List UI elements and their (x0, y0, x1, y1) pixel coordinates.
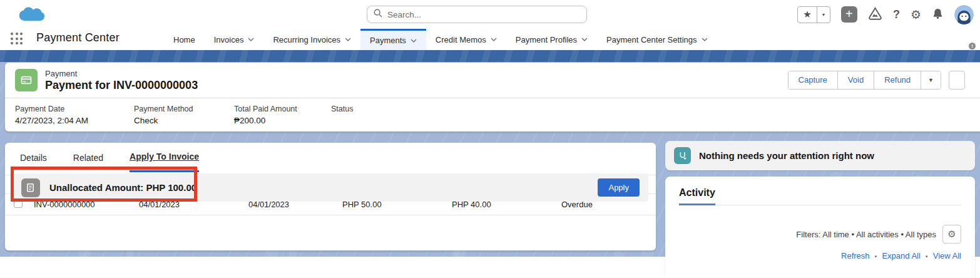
tab-activity[interactable]: Activity (679, 187, 715, 205)
chevron-down-icon (411, 39, 417, 43)
nav-tab-label: Home (173, 35, 195, 44)
document-icon (21, 178, 40, 197)
user-avatar[interactable] (954, 5, 974, 24)
nav-tab-recurring-invoices[interactable]: Recurring Invoices (263, 29, 360, 50)
dot-separator: • (875, 252, 877, 260)
attention-banner: Nothing needs your attention right now (665, 141, 975, 170)
gear-icon: ⚙ (947, 229, 956, 240)
assistant-icon (674, 147, 691, 164)
tab-related[interactable]: Related (73, 143, 103, 172)
more-actions-button[interactable]: ▼ (921, 71, 941, 89)
field-label: Total Paid Amount (234, 105, 312, 113)
field-label: Status (331, 105, 353, 113)
chevron-down-icon (702, 38, 708, 41)
filter-settings-button[interactable]: ⚙ (942, 225, 961, 244)
nav-tab-payment-center-settings[interactable]: Payment Center Settings (597, 29, 717, 50)
notifications-bell-icon[interactable] (932, 8, 944, 22)
salesforce-logo-icon (18, 5, 45, 26)
chevron-down-icon (491, 38, 497, 41)
void-button[interactable]: Void (837, 71, 874, 89)
attention-message: Nothing needs your attention right now (699, 150, 874, 161)
refresh-link[interactable]: Refresh (841, 251, 870, 260)
trailhead-icon[interactable] (868, 6, 882, 23)
nav-tab-label: Recurring Invoices (273, 35, 340, 44)
search-input[interactable] (387, 10, 580, 19)
search-icon (374, 9, 382, 20)
expand-all-link[interactable]: Expand All (882, 251, 920, 260)
favorites-dropdown-caret-icon[interactable]: ▾ (817, 7, 830, 23)
star-icon[interactable]: ★ (798, 7, 817, 23)
field-value: ₱200.00 (234, 116, 312, 125)
nav-tab-label: Payments (370, 36, 406, 45)
chevron-down-icon (248, 38, 254, 41)
record-header-card: Payment Payment for INV-0000000003 Captu… (5, 63, 980, 131)
unallocated-amount-banner: Unallocated Amount: PHP 100.00 Apply (13, 173, 648, 202)
favorites-button-group[interactable]: ★ ▾ (797, 6, 830, 23)
field-label: Payment Date (15, 105, 115, 113)
view-all-link[interactable]: View All (933, 251, 961, 260)
plus-icon[interactable]: + (841, 6, 857, 23)
tab-details[interactable]: Details (20, 143, 47, 172)
cutoff-button[interactable] (949, 71, 965, 90)
global-search[interactable] (367, 6, 587, 23)
info-icon[interactable]: ! (969, 43, 976, 49)
nav-tab-home[interactable]: Home (164, 29, 205, 50)
chevron-down-icon (345, 38, 351, 41)
app-name: Payment Center (36, 31, 120, 44)
nav-tab-payments[interactable]: Payments (360, 29, 426, 50)
header-band (0, 50, 980, 62)
nav-tab-credit-memos[interactable]: Credit Memos (426, 29, 506, 50)
app-navigation-bar: Payment Center Home Invoices Recurring I… (0, 29, 980, 50)
nav-tab-label: Credit Memos (436, 35, 486, 44)
nav-tab-invoices[interactable]: Invoices (205, 29, 264, 50)
app-launcher-icon[interactable] (11, 33, 23, 45)
nav-tab-label: Payment Profiles (516, 35, 577, 44)
global-header: ★ ▾ + ? ⚙ (0, 0, 980, 29)
filters-summary: Filters: All time • All activities • All… (796, 230, 936, 239)
nav-tab-label: Payment Center Settings (606, 35, 697, 44)
dot-separator: • (926, 252, 928, 260)
nav-tab-label: Invoices (214, 35, 244, 44)
apply-button[interactable]: Apply (598, 178, 640, 197)
refund-button[interactable]: Refund (874, 71, 921, 89)
field-label: Payment Method (134, 105, 215, 113)
payment-entity-icon (15, 69, 38, 91)
help-icon[interactable]: ? (893, 8, 900, 21)
payment-detail-card: Details Related Apply To Invoice Unalloc… (5, 143, 656, 250)
tab-apply-to-invoice[interactable]: Apply To Invoice (130, 143, 199, 172)
entity-label: Payment (45, 69, 198, 78)
unallocated-amount-text: Unallocated Amount: PHP 100.00 (49, 182, 197, 193)
field-value: Check (134, 116, 215, 125)
page-title: Payment for INV-0000000003 (45, 79, 198, 92)
setup-gear-icon[interactable]: ⚙ (911, 8, 921, 22)
field-value: 4/27/2023, 2:04 AM (15, 116, 115, 125)
nav-tab-payment-profiles[interactable]: Payment Profiles (506, 29, 597, 50)
chevron-down-icon (581, 38, 588, 41)
activity-panel: Activity Filters: All time • All activit… (665, 177, 975, 278)
capture-button[interactable]: Capture (789, 71, 837, 89)
